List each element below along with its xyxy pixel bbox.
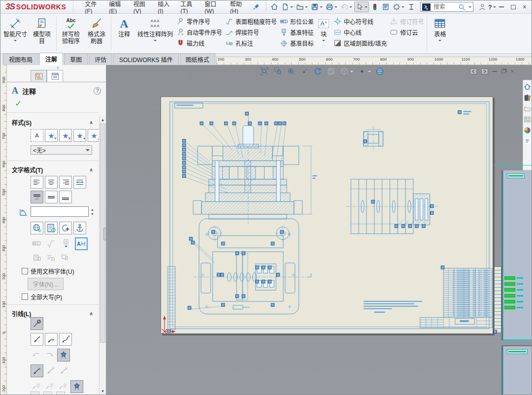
chevron-down-icon[interactable]	[401, 6, 404, 9]
new-document-button[interactable]	[280, 2, 294, 12]
secondary-sheet-window[interactable]	[503, 345, 532, 395]
view-palette-tab-icon[interactable]	[524, 116, 531, 123]
chevron-down-icon[interactable]	[349, 6, 352, 9]
dimension-text-button[interactable]: A	[75, 237, 88, 250]
home-tab-icon[interactable]	[524, 83, 531, 91]
appearances-tab-icon[interactable]	[524, 127, 531, 134]
tables-button[interactable]: 表格	[429, 15, 451, 52]
no-leader-button[interactable]	[31, 317, 43, 330]
maximize-button[interactable]	[511, 5, 516, 9]
redraw-icon[interactable]	[313, 67, 322, 76]
collapse-chevron-icon[interactable]: ∧	[89, 120, 93, 125]
zoom-to-area-icon[interactable]	[273, 67, 282, 76]
secondary-sheet-window[interactable]	[503, 170, 532, 340]
add-symbol-button[interactable]	[59, 222, 72, 234]
bent-leader-button[interactable]	[45, 333, 58, 346]
close-button[interactable]: ×	[523, 3, 527, 10]
tab-feature-manager[interactable]	[31, 70, 47, 82]
drawing-canvas[interactable]	[161, 97, 494, 334]
hole-callout-button[interactable]: 孔标注	[225, 38, 277, 47]
drawing-sheet[interactable]	[161, 97, 493, 334]
chevron-down-icon[interactable]	[14, 40, 17, 43]
home-button[interactable]	[269, 2, 279, 12]
command-tab[interactable]: 注解	[39, 53, 63, 65]
chevron-down-icon[interactable]	[305, 6, 308, 9]
panel-grip[interactable]	[57, 66, 59, 69]
collapse-chevron-icon[interactable]: ∧	[89, 167, 93, 172]
doc-minimize-button[interactable]	[493, 71, 497, 72]
attach-leader-button[interactable]	[70, 380, 83, 393]
apply-default-style-button[interactable]: A	[31, 129, 43, 142]
user-account-icon[interactable]	[477, 2, 487, 12]
model-items-button[interactable]: 模型项目	[29, 15, 55, 52]
straight-leader-button[interactable]	[31, 333, 43, 346]
multi-leader-button[interactable]	[57, 349, 70, 362]
add-style-button[interactable]: ★+	[45, 129, 58, 142]
previous-window-button[interactable]	[470, 68, 477, 74]
geometric-tolerance-button[interactable]: 形位公差	[280, 17, 314, 26]
chevron-down-icon[interactable]	[290, 6, 293, 9]
style-dropdown[interactable]: <无>	[31, 145, 92, 155]
auto-balloon-button[interactable]: 自动零件序号	[176, 28, 222, 36]
area-hatch-button[interactable]: 区域剖面线/填充	[333, 38, 387, 47]
datum-feature-button[interactable]: 基准特征	[280, 28, 314, 36]
search-icon[interactable]	[458, 3, 466, 11]
top-align-button[interactable]	[31, 191, 43, 203]
all-caps-checkbox[interactable]	[22, 294, 28, 300]
smart-dimension-button[interactable]: 智能尺寸	[1, 15, 29, 52]
lock-anchor-button[interactable]	[73, 222, 86, 234]
hide-show-items-icon[interactable]	[358, 67, 371, 76]
insert-hyperlink-button[interactable]	[31, 222, 43, 234]
save-button[interactable]	[310, 2, 324, 12]
custom-properties-tab-icon[interactable]	[524, 137, 531, 145]
print-button[interactable]	[325, 2, 338, 12]
delete-style-button[interactable]: ★×	[59, 129, 72, 142]
chevron-down-icon[interactable]	[438, 40, 441, 43]
search-box[interactable]	[420, 2, 473, 12]
scroll-up-icon[interactable]: ▲	[100, 116, 106, 123]
align-right-button[interactable]	[59, 176, 72, 189]
section-text-format[interactable]: 文字格式(T) ∧	[12, 165, 93, 174]
spinner-up-icon[interactable]: ▲	[91, 208, 94, 211]
select-tool-button[interactable]	[354, 1, 369, 12]
scroll-down-icon[interactable]: ▼	[100, 388, 106, 395]
chevron-down-icon[interactable]	[493, 6, 496, 9]
datum-target-button[interactable]: 基准目标	[280, 38, 314, 47]
middle-align-button[interactable]	[45, 191, 58, 203]
command-tab[interactable]: 评估	[89, 53, 112, 65]
view-settings-icon[interactable]	[375, 67, 384, 76]
ok-check-icon[interactable]: ✓	[15, 99, 22, 109]
minimize-button[interactable]	[499, 6, 504, 7]
link-to-property-button[interactable]	[45, 222, 58, 234]
linear-note-pattern-button[interactable]: AAAAAA 线性注释阵列	[135, 15, 175, 52]
options-button[interactable]	[392, 2, 405, 12]
use-document-font-checkbox[interactable]	[22, 268, 28, 274]
chevron-down-icon[interactable]	[322, 40, 325, 43]
align-left-button[interactable]	[31, 176, 43, 189]
rebuild-button[interactable]	[370, 2, 380, 12]
command-tab[interactable]: 视图布局	[3, 53, 38, 65]
angle-spinner[interactable]: ▲▼	[89, 206, 96, 217]
open-button[interactable]	[295, 2, 309, 12]
align-center-button[interactable]	[45, 176, 58, 189]
save-style-button[interactable]: ★▪	[73, 129, 86, 142]
doc-close-button[interactable]: ×	[510, 68, 514, 74]
next-window-button[interactable]	[481, 68, 488, 74]
spinner-down-icon[interactable]: ▼	[91, 212, 94, 216]
search-input[interactable]	[432, 3, 456, 11]
zoom-to-fit-icon[interactable]	[260, 67, 269, 76]
chevron-down-icon[interactable]	[368, 71, 371, 74]
chevron-down-icon[interactable]	[334, 6, 337, 9]
nearest-leader-button[interactable]	[31, 364, 43, 377]
spline-leader-button[interactable]: x	[59, 333, 72, 346]
command-tab[interactable]: 草图	[64, 53, 88, 65]
undo-button[interactable]	[339, 2, 353, 12]
doc-restore-button[interactable]	[501, 69, 506, 73]
file-properties-button[interactable]	[381, 2, 391, 12]
format-painter-button[interactable]: 格式涂刷器	[84, 15, 109, 52]
section-leader[interactable]: 引线(L) ∧	[12, 309, 93, 318]
section-style[interactable]: 样式(S) ∧	[12, 118, 93, 127]
justify-button[interactable]	[73, 176, 86, 189]
magnetic-line-button[interactable]: 磁力线	[176, 38, 222, 47]
surface-finish-button[interactable]: 表面粗糙度符号	[225, 17, 277, 26]
